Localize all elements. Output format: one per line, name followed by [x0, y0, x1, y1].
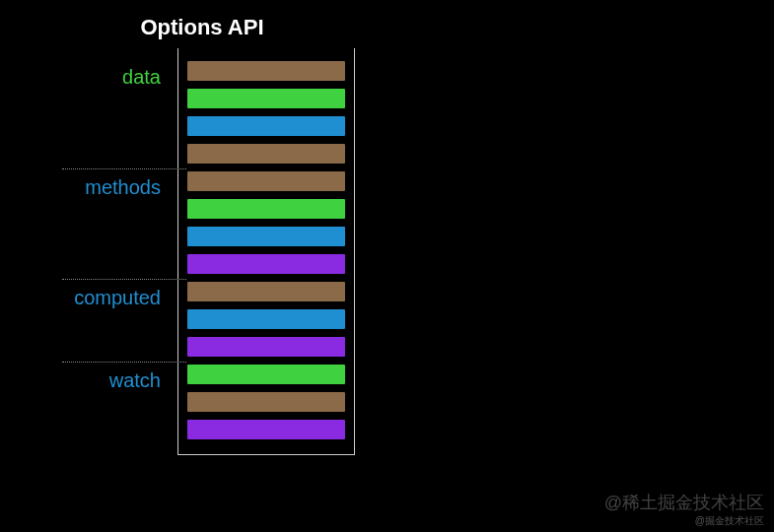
code-bar: [186, 143, 346, 165]
section-label-methods: methods: [85, 176, 161, 199]
code-bar: [186, 115, 346, 137]
section-divider: [62, 168, 186, 169]
section-computed: computed: [186, 281, 346, 358]
code-bar: [186, 419, 346, 440]
code-bar: [186, 336, 346, 358]
watermark: @稀土掘金技术社区: [604, 491, 764, 514]
code-bar: [186, 364, 346, 385]
code-bar: [186, 281, 346, 302]
section-divider: [62, 279, 186, 280]
section-label-data: data: [122, 66, 161, 89]
options-api-diagram: Options API datamethodscomputedwatch: [49, 15, 355, 455]
diagram-title: Options API: [49, 15, 355, 40]
code-bar: [186, 60, 346, 82]
watermark-small: @掘金技术社区: [695, 514, 764, 528]
code-bar: [186, 391, 346, 413]
section-label-computed: computed: [74, 287, 161, 309]
code-bar: [186, 198, 346, 220]
section-divider: [62, 362, 186, 363]
code-bar: [186, 88, 346, 109]
code-bar: [186, 226, 346, 247]
section-label-watch: watch: [109, 369, 161, 392]
code-bar: [186, 308, 346, 330]
section-watch: watch: [186, 364, 346, 440]
section-methods: methods: [186, 170, 346, 275]
code-bar: [186, 170, 346, 192]
api-container: datamethodscomputedwatch: [177, 48, 355, 455]
section-data: data: [186, 60, 346, 165]
code-bar: [186, 253, 346, 275]
